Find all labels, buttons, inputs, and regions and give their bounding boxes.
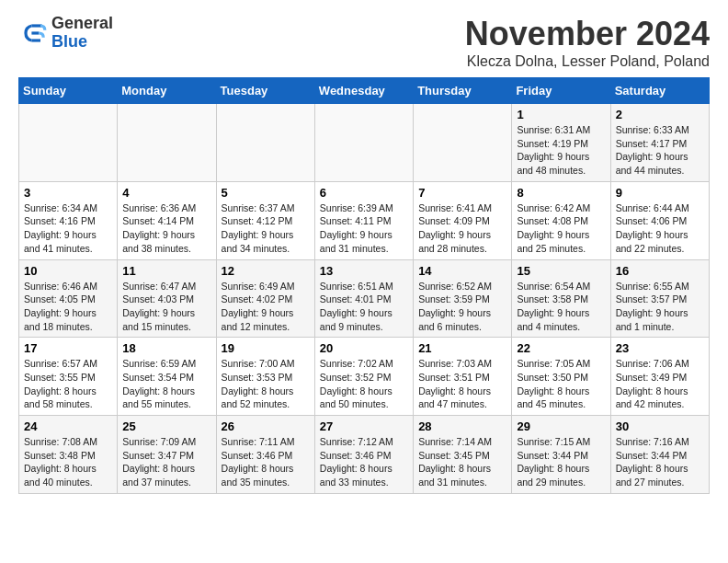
day-number: 24 bbox=[24, 419, 112, 433]
day-info: Sunrise: 7:03 AM Sunset: 3:51 PM Dayligh… bbox=[418, 357, 506, 411]
calendar-cell: 7Sunrise: 6:41 AM Sunset: 4:09 PM Daylig… bbox=[414, 181, 512, 259]
day-number: 30 bbox=[616, 419, 704, 433]
calendar-cell: 24Sunrise: 7:08 AM Sunset: 3:48 PM Dayli… bbox=[19, 416, 118, 494]
day-number: 17 bbox=[24, 341, 112, 355]
calendar-cell: 30Sunrise: 7:16 AM Sunset: 3:44 PM Dayli… bbox=[610, 416, 709, 494]
day-info: Sunrise: 6:51 AM Sunset: 4:01 PM Dayligh… bbox=[320, 280, 408, 334]
col-saturday: Saturday bbox=[610, 78, 709, 104]
day-number: 12 bbox=[222, 264, 310, 278]
day-number: 23 bbox=[616, 341, 704, 355]
calendar-cell bbox=[314, 104, 413, 182]
calendar-cell: 13Sunrise: 6:51 AM Sunset: 4:01 PM Dayli… bbox=[314, 259, 413, 338]
col-monday: Monday bbox=[118, 78, 216, 104]
day-info: Sunrise: 7:02 AM Sunset: 3:52 PM Dayligh… bbox=[320, 357, 408, 411]
day-number: 6 bbox=[320, 186, 408, 200]
day-number: 9 bbox=[616, 186, 704, 200]
week-row-2: 3Sunrise: 6:34 AM Sunset: 4:16 PM Daylig… bbox=[19, 181, 710, 259]
day-number: 16 bbox=[616, 264, 704, 278]
day-info: Sunrise: 7:09 AM Sunset: 3:47 PM Dayligh… bbox=[122, 435, 210, 489]
day-info: Sunrise: 6:52 AM Sunset: 3:59 PM Dayligh… bbox=[418, 280, 506, 334]
day-info: Sunrise: 7:00 AM Sunset: 3:53 PM Dayligh… bbox=[222, 357, 310, 411]
calendar-cell: 2Sunrise: 6:33 AM Sunset: 4:17 PM Daylig… bbox=[610, 104, 709, 182]
logo: General Blue bbox=[18, 15, 113, 52]
day-info: Sunrise: 7:16 AM Sunset: 3:44 PM Dayligh… bbox=[616, 435, 704, 489]
day-number: 8 bbox=[517, 186, 605, 200]
week-row-4: 17Sunrise: 6:57 AM Sunset: 3:55 PM Dayli… bbox=[19, 338, 710, 416]
location-title: Klecza Dolna, Lesser Poland, Poland bbox=[465, 53, 710, 70]
day-number: 28 bbox=[418, 419, 506, 433]
day-number: 14 bbox=[418, 264, 506, 278]
day-info: Sunrise: 6:33 AM Sunset: 4:17 PM Dayligh… bbox=[616, 123, 704, 178]
calendar-cell: 29Sunrise: 7:15 AM Sunset: 3:44 PM Dayli… bbox=[512, 416, 610, 494]
day-info: Sunrise: 7:11 AM Sunset: 3:46 PM Dayligh… bbox=[222, 435, 310, 489]
day-number: 2 bbox=[616, 108, 704, 121]
week-row-1: 1Sunrise: 6:31 AM Sunset: 4:19 PM Daylig… bbox=[19, 104, 710, 182]
day-info: Sunrise: 6:55 AM Sunset: 3:57 PM Dayligh… bbox=[616, 280, 704, 334]
calendar-cell bbox=[414, 104, 512, 182]
calendar-cell bbox=[118, 104, 216, 182]
day-number: 20 bbox=[320, 341, 408, 355]
calendar-cell: 19Sunrise: 7:00 AM Sunset: 3:53 PM Dayli… bbox=[216, 338, 314, 416]
day-info: Sunrise: 7:15 AM Sunset: 3:44 PM Dayligh… bbox=[517, 435, 605, 489]
calendar-cell: 1Sunrise: 6:31 AM Sunset: 4:19 PM Daylig… bbox=[512, 104, 610, 182]
calendar-cell: 10Sunrise: 6:46 AM Sunset: 4:05 PM Dayli… bbox=[19, 259, 118, 338]
calendar-cell: 6Sunrise: 6:39 AM Sunset: 4:11 PM Daylig… bbox=[314, 181, 413, 259]
day-info: Sunrise: 6:44 AM Sunset: 4:06 PM Dayligh… bbox=[616, 201, 704, 256]
calendar-cell bbox=[216, 104, 314, 182]
calendar-header-row: Sunday Monday Tuesday Wednesday Thursday… bbox=[19, 78, 710, 104]
logo-text: General Blue bbox=[51, 15, 113, 52]
calendar-cell: 14Sunrise: 6:52 AM Sunset: 3:59 PM Dayli… bbox=[414, 259, 512, 338]
day-number: 26 bbox=[222, 419, 310, 433]
day-number: 1 bbox=[517, 108, 605, 121]
day-number: 11 bbox=[122, 264, 210, 278]
logo-icon bbox=[18, 18, 48, 48]
calendar-cell: 25Sunrise: 7:09 AM Sunset: 3:47 PM Dayli… bbox=[118, 416, 216, 494]
day-number: 21 bbox=[418, 341, 506, 355]
calendar-table: Sunday Monday Tuesday Wednesday Thursday… bbox=[18, 77, 710, 494]
day-number: 25 bbox=[122, 419, 210, 433]
day-info: Sunrise: 6:41 AM Sunset: 4:09 PM Dayligh… bbox=[418, 201, 506, 256]
day-info: Sunrise: 6:39 AM Sunset: 4:11 PM Dayligh… bbox=[320, 201, 408, 256]
title-block: November 2024 Klecza Dolna, Lesser Polan… bbox=[465, 15, 710, 70]
day-info: Sunrise: 6:34 AM Sunset: 4:16 PM Dayligh… bbox=[24, 201, 112, 256]
day-number: 13 bbox=[320, 264, 408, 278]
day-info: Sunrise: 6:36 AM Sunset: 4:14 PM Dayligh… bbox=[122, 201, 210, 256]
day-info: Sunrise: 7:05 AM Sunset: 3:50 PM Dayligh… bbox=[517, 357, 605, 411]
page-header: General Blue November 2024 Klecza Dolna,… bbox=[18, 15, 710, 70]
calendar-cell: 5Sunrise: 6:37 AM Sunset: 4:12 PM Daylig… bbox=[216, 181, 314, 259]
day-info: Sunrise: 6:31 AM Sunset: 4:19 PM Dayligh… bbox=[517, 123, 605, 178]
day-info: Sunrise: 7:14 AM Sunset: 3:45 PM Dayligh… bbox=[418, 435, 506, 489]
month-title: November 2024 bbox=[465, 15, 710, 53]
calendar-cell: 16Sunrise: 6:55 AM Sunset: 3:57 PM Dayli… bbox=[610, 259, 709, 338]
calendar-cell: 11Sunrise: 6:47 AM Sunset: 4:03 PM Dayli… bbox=[118, 259, 216, 338]
calendar-cell: 15Sunrise: 6:54 AM Sunset: 3:58 PM Dayli… bbox=[512, 259, 610, 338]
col-friday: Friday bbox=[512, 78, 610, 104]
calendar-cell: 18Sunrise: 6:59 AM Sunset: 3:54 PM Dayli… bbox=[118, 338, 216, 416]
calendar-cell: 4Sunrise: 6:36 AM Sunset: 4:14 PM Daylig… bbox=[118, 181, 216, 259]
calendar-cell: 26Sunrise: 7:11 AM Sunset: 3:46 PM Dayli… bbox=[216, 416, 314, 494]
day-info: Sunrise: 7:06 AM Sunset: 3:49 PM Dayligh… bbox=[616, 357, 704, 411]
day-number: 27 bbox=[320, 419, 408, 433]
day-info: Sunrise: 6:57 AM Sunset: 3:55 PM Dayligh… bbox=[24, 357, 112, 411]
day-info: Sunrise: 6:46 AM Sunset: 4:05 PM Dayligh… bbox=[24, 280, 112, 334]
calendar-cell: 22Sunrise: 7:05 AM Sunset: 3:50 PM Dayli… bbox=[512, 338, 610, 416]
day-number: 5 bbox=[222, 186, 310, 200]
calendar-cell: 27Sunrise: 7:12 AM Sunset: 3:46 PM Dayli… bbox=[314, 416, 413, 494]
day-number: 7 bbox=[418, 186, 506, 200]
day-number: 10 bbox=[24, 264, 112, 278]
day-info: Sunrise: 6:49 AM Sunset: 4:02 PM Dayligh… bbox=[222, 280, 310, 334]
calendar-cell: 28Sunrise: 7:14 AM Sunset: 3:45 PM Dayli… bbox=[414, 416, 512, 494]
calendar-cell: 21Sunrise: 7:03 AM Sunset: 3:51 PM Dayli… bbox=[414, 338, 512, 416]
day-number: 15 bbox=[517, 264, 605, 278]
col-wednesday: Wednesday bbox=[314, 78, 413, 104]
calendar-cell: 9Sunrise: 6:44 AM Sunset: 4:06 PM Daylig… bbox=[610, 181, 709, 259]
day-number: 22 bbox=[517, 341, 605, 355]
day-info: Sunrise: 6:47 AM Sunset: 4:03 PM Dayligh… bbox=[122, 280, 210, 334]
day-number: 19 bbox=[222, 341, 310, 355]
day-info: Sunrise: 7:12 AM Sunset: 3:46 PM Dayligh… bbox=[320, 435, 408, 489]
calendar-cell: 17Sunrise: 6:57 AM Sunset: 3:55 PM Dayli… bbox=[19, 338, 118, 416]
day-info: Sunrise: 6:59 AM Sunset: 3:54 PM Dayligh… bbox=[122, 357, 210, 411]
day-number: 29 bbox=[517, 419, 605, 433]
day-info: Sunrise: 6:37 AM Sunset: 4:12 PM Dayligh… bbox=[222, 201, 310, 256]
week-row-5: 24Sunrise: 7:08 AM Sunset: 3:48 PM Dayli… bbox=[19, 416, 710, 494]
